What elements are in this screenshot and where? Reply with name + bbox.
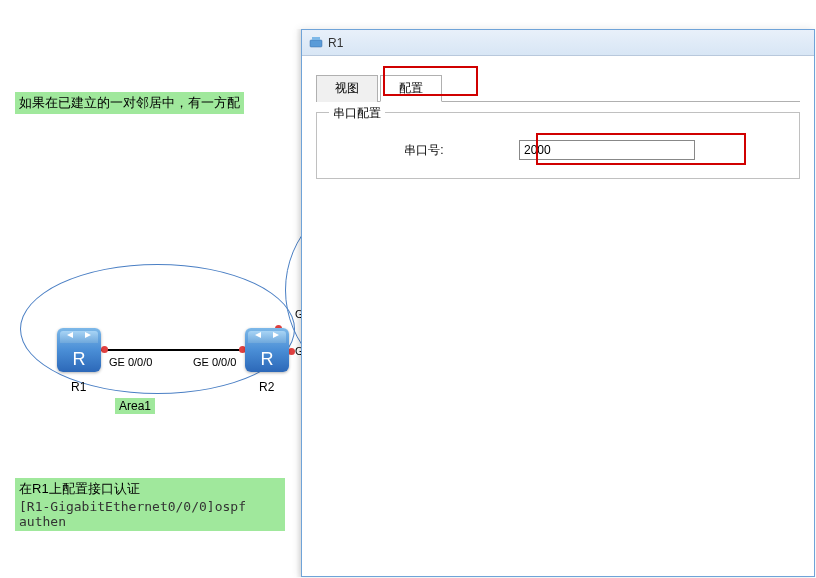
router-label-r1: R1 <box>71 380 86 394</box>
config-window: R1 视图 配置 串口配置 串口号: <box>301 29 815 577</box>
fieldset-legend: 串口配置 <box>329 105 385 122</box>
port-label: GE 0/0/0 <box>193 356 236 368</box>
port-dot <box>288 348 295 355</box>
area-label: Area1 <box>115 398 155 414</box>
app-icon <box>308 35 324 51</box>
serial-port-label: 串口号: <box>329 142 519 159</box>
router-icon <box>57 328 101 372</box>
router-r2[interactable] <box>245 328 289 372</box>
router-r1[interactable] <box>57 328 101 372</box>
titlebar[interactable]: R1 <box>302 30 814 56</box>
svg-rect-1 <box>312 37 320 40</box>
note-text-1: 如果在已建立的一对邻居中，有一方配 <box>15 92 244 114</box>
highlight-box-input <box>536 133 746 165</box>
window-title: R1 <box>328 36 343 50</box>
highlight-box-tab <box>383 66 478 96</box>
tab-view[interactable]: 视图 <box>316 75 378 102</box>
link-r1-r2 <box>101 349 245 351</box>
router-label-r2: R2 <box>259 380 274 394</box>
port-label: GE 0/0/0 <box>109 356 152 368</box>
note-text-3: [R1-GigabitEthernet0/0/0]ospf authen <box>15 497 285 531</box>
router-icon <box>245 328 289 372</box>
svg-rect-0 <box>310 40 322 47</box>
port-dot <box>101 346 108 353</box>
content-area: 视图 配置 串口配置 串口号: <box>302 56 814 197</box>
network-diagram: R1 R2 GE 0/0/0 GE 0/0/0 G G Area1 <box>15 200 305 450</box>
